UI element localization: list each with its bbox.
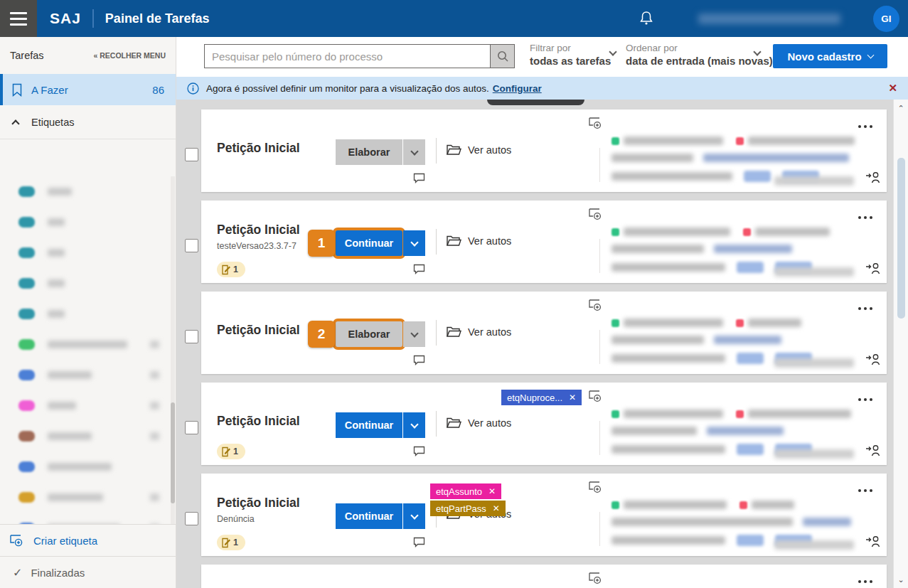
sidebar-scrollbar-thumb[interactable] (171, 402, 175, 503)
class-subject-line-blurred (611, 518, 851, 526)
more-options-icon[interactable] (857, 395, 874, 404)
class-subject-line-blurred (611, 245, 792, 253)
sidebar-tag-item[interactable] (0, 207, 176, 237)
comment-bubble-icon[interactable] (413, 446, 425, 456)
define-monitor-icon[interactable] (589, 390, 603, 402)
banner-configure-link[interactable]: Configurar (493, 83, 542, 94)
hamburger-menu-icon[interactable] (0, 0, 37, 37)
task-action-button[interactable]: Elaborar (336, 321, 402, 347)
sidebar-tag-item[interactable] (0, 451, 176, 482)
define-monitor-icon[interactable] (589, 208, 603, 220)
task-checkbox[interactable] (185, 148, 198, 161)
class-subject-line-blurred (611, 427, 784, 435)
assign-task-icon[interactable] (865, 444, 881, 456)
ver-autos-button[interactable]: Ver autos (447, 235, 511, 247)
sidebar-tag-item[interactable] (0, 360, 176, 390)
sidebar-tag-item[interactable] (0, 421, 176, 451)
sidebar-item-finalizadas[interactable]: ✓ Finalizadas (0, 556, 176, 588)
more-options-icon[interactable] (857, 486, 874, 495)
task-checkbox[interactable] (185, 421, 198, 434)
comment-bubble-icon[interactable] (413, 355, 425, 365)
search-input[interactable] (205, 45, 490, 68)
tag-remove-icon[interactable]: ✕ (569, 392, 576, 402)
active-party-status-dot (611, 137, 619, 145)
notification-bell-icon[interactable] (639, 10, 654, 27)
scroll-down-icon[interactable]: ⌄ (894, 575, 908, 584)
parties-line-blurred (611, 410, 851, 418)
task-checkbox[interactable] (185, 330, 198, 343)
action-dropdown-chevron[interactable] (403, 230, 425, 256)
etiquetas-section-toggle[interactable]: Etiquetas (0, 105, 176, 139)
more-options-icon[interactable] (857, 122, 874, 131)
sidebar: Tarefas « RECOLHER MENU A Fazer 86 Etiqu… (0, 37, 176, 588)
task-checkbox[interactable] (185, 512, 198, 525)
tag-remove-icon[interactable]: ✕ (493, 503, 500, 513)
comment-bubble-icon[interactable] (413, 264, 425, 274)
active-party-status-dot (611, 319, 619, 327)
task-card: Petição InicialDenúnciaContinuarVer auto… (201, 474, 887, 556)
define-monitor-icon[interactable] (589, 481, 603, 493)
sidebar-tag-item[interactable] (0, 390, 176, 421)
sidebar-tag-item[interactable] (0, 268, 176, 299)
scroll-up-icon[interactable]: ⌃ (894, 104, 908, 113)
ver-autos-button[interactable]: Ver autos (447, 326, 511, 338)
define-monitor-icon[interactable] (589, 572, 603, 584)
tag-color-dot (18, 247, 35, 258)
task-card-partial (201, 565, 887, 588)
tag-color-dot (18, 492, 35, 503)
search-button[interactable] (490, 45, 514, 68)
detail-divider (599, 512, 600, 546)
sidebar-tag-item[interactable] (0, 299, 176, 329)
comment-bubble-icon[interactable] (413, 173, 425, 183)
class-subject-line-blurred (611, 154, 849, 162)
sidebar-scrollbar[interactable] (171, 176, 175, 561)
assign-task-icon[interactable] (865, 353, 881, 365)
tag-pill[interactable]: etqAssunto✕ (430, 483, 501, 499)
assign-task-icon[interactable] (865, 535, 881, 547)
sidebar-tag-item[interactable] (0, 482, 176, 513)
more-options-icon[interactable] (857, 304, 874, 313)
more-options-icon[interactable] (857, 213, 874, 222)
task-action-button[interactable]: Elaborar (336, 139, 402, 165)
active-party-status-dot (611, 410, 619, 418)
define-monitor-icon[interactable] (589, 299, 603, 311)
filter-dropdown[interactable]: Filtrar por todas as tarefas (530, 43, 611, 67)
main-scrollbar-thumb[interactable] (897, 158, 905, 319)
action-dropdown-chevron[interactable] (403, 321, 425, 347)
sort-dropdown[interactable]: Ordenar por data de entrada (mais novas) (626, 43, 773, 67)
sort-chevron-icon[interactable] (754, 47, 760, 60)
task-action-button[interactable]: Continuar (336, 503, 402, 529)
banner-close-icon[interactable]: ✕ (888, 82, 897, 95)
assign-task-icon[interactable] (865, 171, 881, 183)
action-dropdown-chevron[interactable] (403, 412, 425, 438)
comment-bubble-icon[interactable] (413, 537, 425, 547)
avatar[interactable]: GI (873, 6, 899, 32)
tag-remove-icon[interactable]: ✕ (488, 486, 496, 496)
active-party-status-dot (611, 228, 619, 236)
task-action-button[interactable]: Continuar (336, 230, 402, 256)
sidebar-tag-item[interactable] (0, 237, 176, 268)
passive-party-status-dot (739, 501, 747, 509)
tag-pill[interactable]: etqNuproce...✕ (501, 390, 582, 405)
task-checkbox[interactable] (185, 239, 198, 252)
filter-chevron-icon[interactable] (610, 47, 616, 60)
sidebar-tag-item[interactable] (0, 176, 176, 207)
ver-autos-button[interactable]: Ver autos (447, 144, 511, 156)
sidebar-tag-item[interactable] (0, 329, 176, 360)
ver-autos-button[interactable]: Ver autos (447, 417, 511, 429)
document-edit-icon (221, 538, 231, 548)
new-registration-button[interactable]: Novo cadastro (773, 44, 887, 68)
create-tag-button[interactable]: Criar etiqueta (0, 524, 176, 556)
sidebar-item-a-fazer[interactable]: A Fazer 86 (0, 74, 176, 105)
tag-label-blurred (48, 218, 65, 226)
collapse-menu-button[interactable]: « RECOLHER MENU (93, 51, 166, 60)
action-dropdown-chevron[interactable] (403, 503, 425, 529)
define-monitor-icon[interactable] (589, 117, 603, 129)
more-options-icon[interactable] (857, 577, 874, 586)
action-dropdown-chevron[interactable] (403, 139, 425, 165)
main-scrollbar[interactable]: ⌃ ⌄ (893, 100, 908, 588)
task-subtitle: Denúncia (217, 514, 255, 524)
task-action-button[interactable]: Continuar (336, 412, 402, 438)
assign-task-icon[interactable] (865, 262, 881, 274)
tag-pill[interactable]: etqPartPass✕ (430, 501, 506, 516)
